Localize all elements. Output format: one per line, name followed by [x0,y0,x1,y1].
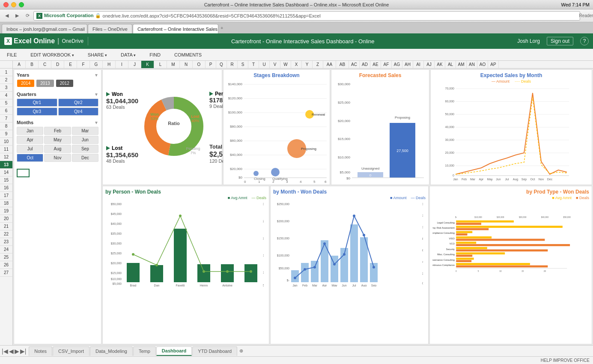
col-r[interactable]: R [227,61,238,68]
month-apr[interactable]: Apr [17,136,43,144]
month-sep[interactable]: Sep [72,145,98,153]
col-i[interactable]: I [116,61,128,68]
row-18[interactable]: 18 [0,200,12,207]
new-tab-btn[interactable]: + [221,25,223,30]
sheet-tab-csv[interactable]: CSV_Import [53,346,89,356]
qtr1-btn[interactable]: Qtr1 [17,98,57,107]
row-24[interactable]: 24 [0,246,12,254]
col-u[interactable]: U [259,61,270,68]
col-l[interactable]: L [154,61,167,68]
year-2012-btn[interactable]: 2012 [56,80,73,87]
col-h[interactable]: H [103,61,116,68]
col-s[interactable]: S [238,61,248,68]
month-jan[interactable]: Jan [17,127,43,135]
row-10[interactable]: 10 [0,138,12,146]
col-e[interactable]: E [64,61,77,68]
row-17[interactable]: 17 [0,192,12,200]
row-15[interactable]: 15 [0,176,12,184]
sheet-tab-ytd[interactable]: YTD Dashboard [192,346,237,356]
col-f[interactable]: F [77,61,90,68]
browser-tab-gmail[interactable]: Inbox – josh.lorg@gmail.com – Gmail [2,24,87,33]
month-jul[interactable]: Jul [17,145,43,153]
help-btn[interactable]: ? [580,37,589,45]
sheet-nav-prev[interactable]: ◀ [9,348,14,355]
ribbon-find[interactable]: FIND [147,51,163,59]
row-7[interactable]: 7 [0,115,12,122]
row-11[interactable]: 11 [0,146,12,153]
month-mar[interactable]: Mar [72,127,98,135]
col-ab[interactable]: AB [336,61,349,68]
row-19[interactable]: 19 [0,207,12,215]
mac-max-btn[interactable] [19,2,24,7]
mac-min-btn[interactable] [11,2,16,7]
col-y[interactable]: Y [302,61,313,68]
browser-tab-onedrive[interactable]: Files – OneDrive [88,24,132,33]
col-af[interactable]: AF [381,61,392,68]
col-ak[interactable]: AK [435,61,445,68]
mac-close-btn[interactable] [3,2,9,7]
col-c[interactable]: C [39,61,51,68]
sheet-nav-next[interactable]: ▶ [15,348,19,355]
col-k[interactable]: K [141,61,154,68]
col-v[interactable]: V [270,61,280,68]
forward-btn[interactable]: ▶ [13,12,21,20]
row-25[interactable]: 25 [0,254,12,261]
row-27[interactable]: 27 [0,269,12,277]
row-22[interactable]: 22 [0,230,12,238]
sheet-nav-last[interactable]: ▶| [20,348,27,355]
month-jun[interactable]: Jun [72,136,98,144]
month-nov[interactable]: Nov [44,154,71,162]
col-ao[interactable]: AO [477,61,488,68]
row-9[interactable]: 9 [0,130,12,138]
col-d[interactable]: D [51,61,64,68]
col-an[interactable]: AN [467,61,477,68]
col-aa[interactable]: AA [323,61,336,68]
browser-tab-excel[interactable]: Carterofront – Online Interactive Sales … [133,24,218,33]
col-x[interactable]: X [291,61,302,68]
year-2013-btn[interactable]: 2013 [36,80,54,87]
qtr2-btn[interactable]: Qtr2 [58,98,99,107]
col-o[interactable]: O [193,61,206,68]
ribbon-share[interactable]: SHARE [85,51,110,59]
col-ah[interactable]: AH [402,61,413,68]
row-26[interactable]: 26 [0,261,12,269]
col-t[interactable]: T [248,61,259,68]
row-8[interactable]: 8 [0,122,12,130]
row-4[interactable]: 4 [0,92,12,99]
qtr4-btn[interactable]: Qtr4 [58,107,99,116]
col-ai[interactable]: AI [413,61,424,68]
ribbon-edit[interactable]: EDIT WORKBOOK [28,51,76,59]
row-2[interactable]: 2 [0,76,12,84]
col-g[interactable]: G [90,61,103,68]
col-p[interactable]: P [206,61,216,68]
ribbon-file[interactable]: FILE [4,51,19,59]
sign-out-btn[interactable]: Sign out [547,37,573,45]
row-1[interactable]: 1 [0,69,12,76]
row-14[interactable]: 14 [0,169,12,176]
back-btn[interactable]: ◀ [3,12,11,20]
col-m[interactable]: M [167,61,180,68]
row-6[interactable]: 6 [0,107,12,115]
month-may[interactable]: May [44,136,71,144]
month-dec[interactable]: Dec [72,154,98,162]
row-16[interactable]: 16 [0,184,12,192]
row-23[interactable]: 23 [0,238,12,246]
col-ap[interactable]: AP [488,61,499,68]
reader-btn[interactable]: Reader [582,12,590,20]
sheet-tab-data[interactable]: Data_Modeling [90,346,133,356]
col-j[interactable]: J [128,61,141,68]
ribbon-comments[interactable]: COMMENTS [172,51,204,59]
col-q[interactable]: Q [216,61,227,68]
col-ag[interactable]: AG [392,61,402,68]
refresh-btn[interactable]: ⟳ [23,12,32,20]
col-ae[interactable]: AE [370,61,381,68]
sheet-nav-first[interactable]: |◀ [2,348,8,355]
col-aj[interactable]: AJ [424,61,435,68]
col-n[interactable]: N [180,61,193,68]
col-ad[interactable]: AD [360,61,370,68]
row-3[interactable]: 3 [0,84,12,92]
col-z[interactable]: Z [313,61,323,68]
month-feb[interactable]: Feb [44,127,71,135]
month-oct[interactable]: Oct [17,154,43,162]
col-w[interactable]: W [280,61,291,68]
